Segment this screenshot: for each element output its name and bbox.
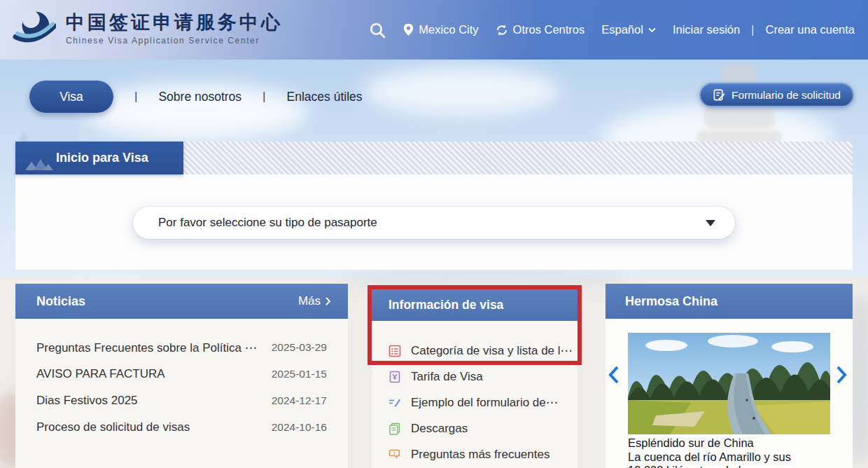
carousel-next-button[interactable] bbox=[834, 364, 848, 385]
visa-info-item-label: Preguntas más frecuentes bbox=[411, 448, 550, 462]
beautiful-china-title: Hermosa China bbox=[625, 294, 718, 309]
login-link[interactable]: Iniciar sesión bbox=[673, 23, 740, 36]
nav-tab-visa[interactable]: Visa bbox=[29, 81, 113, 113]
application-form-button[interactable]: Formulario de solicitud bbox=[699, 83, 854, 107]
signup-link[interactable]: Crear una cuenta bbox=[766, 23, 855, 36]
news-header: Noticias Más bbox=[15, 284, 348, 319]
visa-info-item-label: Ejemplo del formulario de⋯ bbox=[411, 395, 558, 410]
form-list-icon bbox=[388, 344, 402, 358]
mountain-decoration-icon bbox=[25, 158, 53, 170]
news-item-title: Dias Festivos 2025 bbox=[36, 394, 138, 408]
chevron-right-icon bbox=[325, 296, 331, 306]
other-centers-label: Otros Centros bbox=[513, 23, 585, 36]
beautiful-china-header: Hermosa China bbox=[606, 284, 853, 319]
news-item-date: 2025-01-15 bbox=[272, 368, 327, 380]
auth-links: Iniciar sesión | Crear una cuenta bbox=[673, 23, 855, 36]
news-item[interactable]: Proceso de solicitud de visas 2024-10-16 bbox=[15, 414, 348, 441]
chevron-right-icon bbox=[834, 364, 848, 385]
news-list: Preguntas Frecuentes sobre la Política ⋯… bbox=[15, 319, 348, 468]
news-panel: Noticias Más Preguntas Frecuentes sobre … bbox=[15, 284, 348, 468]
china-caption-line2: La cuenca del río Amarillo y sus bbox=[628, 450, 838, 464]
visa-info-title: Información de visa bbox=[388, 298, 503, 312]
chevron-down-icon bbox=[648, 27, 656, 33]
documents-icon bbox=[388, 422, 402, 436]
brand-subtitle-en: Chinese Visa Application Service Center bbox=[66, 36, 283, 46]
pagoda-silhouette bbox=[721, 64, 757, 83]
language-selector[interactable]: Español bbox=[601, 23, 656, 36]
visa-info-item-categories[interactable]: Categoría de visa y lista de l⋯ bbox=[372, 338, 578, 364]
beautiful-china-panel: Hermosa China bbox=[606, 284, 853, 468]
visa-info-item-downloads[interactable]: Descargas bbox=[372, 415, 578, 441]
news-item-date: 2024-12-17 bbox=[272, 394, 327, 407]
visa-info-item-label: Descargas bbox=[411, 422, 468, 436]
search-icon[interactable] bbox=[368, 21, 386, 39]
brand-title-zh: 中国签证申请服务中心 bbox=[66, 12, 283, 34]
visa-info-header: Información de visa bbox=[372, 289, 578, 321]
application-form-label: Formulario de solicitud bbox=[732, 89, 841, 102]
china-caption-title: Espléndido sur de China bbox=[628, 436, 838, 450]
visa-info-item-sample-form[interactable]: Ejemplo del formulario de⋯ bbox=[372, 390, 578, 415]
other-centers-link[interactable]: Otros Centros bbox=[496, 23, 585, 36]
visa-info-item-label: Tarifa de Visa bbox=[411, 370, 483, 384]
visa-info-item-faq[interactable]: Preguntas más frecuentes bbox=[372, 441, 578, 467]
nav-tab-links[interactable]: Enlaces útiles bbox=[287, 90, 363, 104]
visa-home-tab[interactable]: Inicio para Visa bbox=[15, 142, 183, 174]
news-item[interactable]: Preguntas Frecuentes sobre la Política ⋯… bbox=[15, 334, 348, 361]
china-landscape-photo[interactable] bbox=[628, 333, 830, 434]
yuan-document-icon bbox=[388, 370, 402, 384]
carousel-prev-button[interactable] bbox=[607, 364, 621, 385]
visa-info-list: Categoría de visa y lista de l⋯ Tarifa d… bbox=[372, 321, 578, 468]
news-item-title: Proceso de solicitud de visas bbox=[36, 420, 190, 434]
passport-panel: Por favor seleccione su tipo de pasaport… bbox=[15, 174, 853, 270]
visa-info-panel: Información de visa Categoría de visa y … bbox=[372, 289, 578, 468]
triangle-down-icon bbox=[706, 220, 715, 226]
news-item-date: 2025-03-29 bbox=[272, 341, 327, 354]
cloud-shape bbox=[364, 67, 560, 116]
news-item-title: Preguntas Frecuentes sobre la Política ⋯ bbox=[36, 340, 257, 355]
visa-tab-label: Inicio para Visa bbox=[56, 151, 148, 165]
beautiful-china-body: Espléndido sur de China La cuenca del rí… bbox=[606, 319, 853, 468]
news-title: Noticias bbox=[36, 294, 85, 309]
city-selector[interactable]: Mexico City bbox=[403, 23, 478, 36]
news-item[interactable]: Dias Festivos 2025 2024-12-17 bbox=[15, 387, 348, 414]
switch-centers-icon bbox=[496, 24, 508, 36]
header-actions: Mexico City Otros Centros Español Inicia… bbox=[368, 0, 855, 60]
news-item-date: 2024-10-16 bbox=[272, 421, 327, 434]
pen-sample-icon bbox=[388, 396, 402, 410]
language-label: Español bbox=[601, 23, 643, 36]
chevron-left-icon bbox=[607, 364, 621, 385]
city-blur bbox=[336, 270, 630, 288]
news-item-title: AVISO PARA FACTURA bbox=[36, 367, 165, 381]
visa-info-item-label: Categoría de visa y lista de l⋯ bbox=[411, 343, 573, 358]
globe-logo-icon bbox=[13, 7, 56, 50]
news-more-link[interactable]: Más bbox=[298, 294, 331, 308]
nav-divider: | bbox=[134, 90, 137, 104]
passport-type-select[interactable]: Por favor seleccione su tipo de pasaport… bbox=[133, 207, 735, 239]
location-pin-icon bbox=[403, 23, 414, 36]
nav-tab-about[interactable]: Sobre nosotros bbox=[158, 90, 241, 104]
form-pencil-icon bbox=[713, 88, 726, 102]
chat-bubbles-icon bbox=[388, 448, 402, 462]
pattern-strip bbox=[183, 142, 853, 174]
china-caption[interactable]: Espléndido sur de China La cuenca del rí… bbox=[628, 436, 838, 468]
top-header: 中国签证申请服务中心 Chinese Visa Application Serv… bbox=[0, 0, 868, 60]
china-caption-line3: 10.000 kilómetros de la bbox=[628, 464, 838, 468]
brand-logo[interactable]: 中国签证申请服务中心 Chinese Visa Application Serv… bbox=[13, 7, 283, 50]
page: 中国签证申请服务中心 Chinese Visa Application Serv… bbox=[0, 0, 868, 468]
more-label: Más bbox=[298, 294, 321, 308]
news-item[interactable]: AVISO PARA FACTURA 2025-01-15 bbox=[15, 361, 348, 387]
visa-info-item-fees[interactable]: Tarifa de Visa bbox=[372, 364, 578, 390]
brand-text: 中国签证申请服务中心 Chinese Visa Application Serv… bbox=[66, 12, 283, 46]
nav-divider: | bbox=[262, 90, 265, 104]
passport-select-value: Por favor seleccione su tipo de pasaport… bbox=[158, 216, 377, 230]
auth-divider: | bbox=[751, 23, 754, 36]
pagoda-silhouette bbox=[704, 105, 774, 129]
primary-nav: Visa | Sobre nosotros | Enlaces útiles bbox=[29, 81, 363, 113]
city-label: Mexico City bbox=[419, 23, 478, 36]
